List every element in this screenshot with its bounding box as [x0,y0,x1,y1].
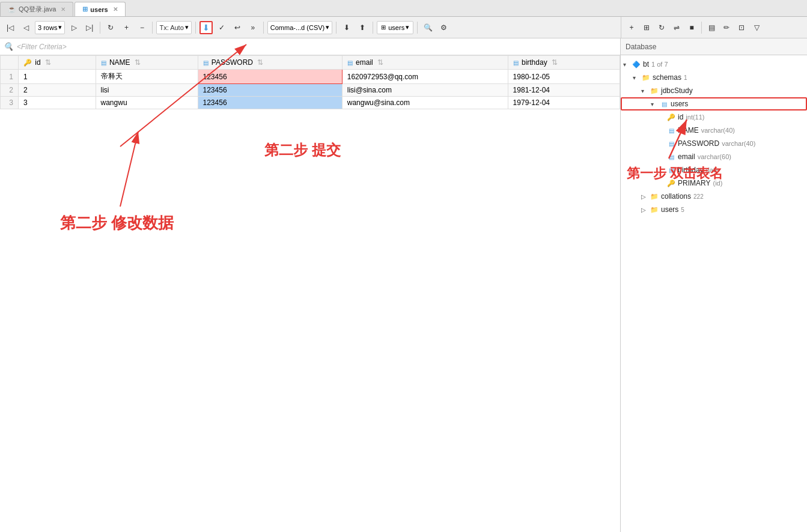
cell-name-3[interactable]: wangwu [96,97,198,109]
table-row: 3 3 wangwu 123456 wangwu@sina.com 1979-1… [1,97,620,109]
remove-row-btn[interactable]: − [135,21,148,34]
nav-prev-btn[interactable]: ◁ [19,21,32,34]
db-add-btn[interactable]: + [625,21,638,34]
cell-pw-1[interactable]: 123456 [198,70,342,84]
db-panel-wrapper: Database ▾ 🔷 bt 1 of 7 ▾ 📁 schemas 1 ▾ 📁… [621,38,807,532]
tab-users-close[interactable]: ✕ [113,6,118,13]
cell-email-2[interactable]: lisi@sina.com [342,84,508,97]
filter-icon: 🔍 [4,42,13,51]
jdbcstudy-folder-icon: 📁 [650,86,659,95]
db-view-btn[interactable]: ⊡ [735,21,748,34]
rows-chevron: ▾ [58,23,62,31]
db-refresh-btn[interactable]: ↻ [655,21,668,34]
primary-key-icon: 🔑 [666,178,676,188]
filter-bar: 🔍 <Filter Criteria> [0,38,620,55]
nav-first-btn[interactable]: |◁ [4,21,17,34]
tree-col-pw-type: varchar(40) [722,140,755,147]
settings-toolbar-btn[interactable]: ⚙ [437,21,450,34]
cell-bday-3[interactable]: 1979-12-04 [508,97,620,109]
table-header-row: 🔑 id ⇅ ▤ NAME ⇅ ▤ PASSWORD ⇅ [1,56,620,70]
sep4 [263,22,264,34]
cell-email-1[interactable]: 1620972953@qq.com [342,70,508,84]
check-btn[interactable]: ✓ [215,21,228,34]
col-bday-icon: ▤ [666,165,676,175]
db-sep1 [701,22,702,34]
cell-name-2[interactable]: lisi [96,84,198,97]
submit-btn[interactable]: ⬇ [199,21,213,34]
cell-name-1[interactable]: 帝释天 [96,70,198,84]
table-dropdown[interactable]: ⊞ users ▾ [377,21,413,34]
cell-pw-2[interactable]: 123456 [198,84,342,97]
tree-item-col-id[interactable]: ▾ 🔑 id int(11) [621,110,807,124]
add-row-btn[interactable]: + [120,21,133,34]
db-filter-btn[interactable]: ▽ [750,21,763,34]
tree-item-jdbcstudy[interactable]: ▾ 📁 jdbcStudy [621,84,807,97]
tree-item-col-name[interactable]: ▾ ▤ NAME varchar(40) [621,124,807,137]
col-header-birthday[interactable]: ▤ birthday ⇅ [508,56,620,70]
db-tree[interactable]: ▾ 🔷 bt 1 of 7 ▾ 📁 schemas 1 ▾ 📁 jdbcStud… [621,55,807,532]
cell-id-1[interactable]: 1 [19,70,96,84]
cell-bday-1[interactable]: 1980-12-05 [508,70,620,84]
bday-sort-icon[interactable]: ⇅ [552,58,558,67]
tree-item-col-email[interactable]: ▾ ▤ email varchar(60) [621,150,807,163]
rows-dropdown[interactable]: 3 rows ▾ [35,21,65,34]
tree-item-schemas[interactable]: ▾ 📁 schemas 1 [621,71,807,84]
nav-next-btn[interactable]: ▷ [67,21,81,34]
col-header-name[interactable]: ▤ NAME ⇅ [96,56,198,70]
format-dropdown[interactable]: Comma-...d (CSV) ▾ [267,21,332,34]
tree-item-col-password[interactable]: ▾ ▤ PASSWORD varchar(40) [621,137,807,150]
tx-dropdown[interactable]: Tx: Auto ▾ [156,21,191,34]
tab-java[interactable]: ☕ QQ登录.java ✕ [0,2,73,16]
db-down-icon: ⬇ [203,23,210,32]
data-table-wrapper[interactable]: 🔑 id ⇅ ▤ NAME ⇅ ▤ PASSWORD ⇅ [0,55,620,532]
col-email-icon: ▤ [666,152,676,162]
tree-item-primary[interactable]: ▾ 🔑 PRIMARY (id) [621,177,807,190]
data-table: 🔑 id ⇅ ▤ NAME ⇅ ▤ PASSWORD ⇅ [0,55,620,109]
db-sync-btn[interactable]: ⇌ [670,21,683,34]
cell-pw-3[interactable]: 123456 [198,97,342,109]
tree-primary-badge: (id) [713,180,722,187]
sep7 [417,22,418,34]
pw-sort-icon[interactable]: ⇅ [257,58,263,67]
db-table-btn[interactable]: ⊞ [640,21,653,34]
col-header-password[interactable]: ▤ PASSWORD ⇅ [198,56,342,70]
tree-item-bt[interactable]: ▾ 🔷 bt 1 of 7 [621,58,807,71]
search-toolbar-btn[interactable]: 🔍 [421,21,434,34]
col-header-id[interactable]: 🔑 id ⇅ [19,56,96,70]
col-header-email[interactable]: ▤ email ⇅ [342,56,508,70]
tree-item-col-birthday[interactable]: ▾ ▤ birthday date [621,163,807,177]
tree-item-collations[interactable]: ▷ 📁 collations 222 [621,190,807,203]
tab-users-label: users [90,6,108,13]
table-icon: ⊞ [381,24,386,31]
email-sort-icon[interactable]: ⇅ [377,58,383,67]
nav-last-btn[interactable]: ▷| [83,21,96,34]
more-btn[interactable]: » [246,21,260,34]
cell-id-2[interactable]: 2 [19,84,96,97]
cell-email-3[interactable]: wangwu@sina.com [342,97,508,109]
cell-id-3[interactable]: 3 [19,97,96,109]
tree-item-users-main[interactable]: ▾ ▤ users [621,97,807,110]
table-chevron: ▾ [406,23,409,31]
email-col-icon: ▤ [347,59,353,66]
upload-btn[interactable]: ⬆ [356,21,369,34]
name-sort-icon[interactable]: ⇅ [135,58,141,67]
users-table-icon: ▤ [659,99,669,109]
cell-bday-2[interactable]: 1981-12-04 [508,84,620,97]
db-grid-btn[interactable]: ▤ [705,21,718,34]
refresh-btn[interactable]: ↻ [104,21,117,34]
tree-col-name-type: varchar(40) [701,127,735,134]
tree-item-users-second[interactable]: ▷ 📁 users 5 [621,203,807,216]
tree-users-second-badge: 5 [681,207,684,213]
tree-col-id-label: id [678,113,683,121]
tree-arrow-users-second: ▷ [641,207,650,213]
rows-label: 3 rows [38,24,57,31]
tab-java-close[interactable]: ✕ [61,6,65,13]
id-key-icon: 🔑 [23,59,32,66]
col-id-icon: 🔑 [666,112,676,122]
undo-btn[interactable]: ↩ [231,21,244,34]
id-sort-icon[interactable]: ⇅ [45,58,51,67]
db-edit-btn[interactable]: ✏ [720,21,733,34]
db-stop-btn[interactable]: ■ [685,21,698,34]
download-btn[interactable]: ⬇ [340,21,353,34]
tab-users[interactable]: ⊞ users ✕ [75,2,125,16]
